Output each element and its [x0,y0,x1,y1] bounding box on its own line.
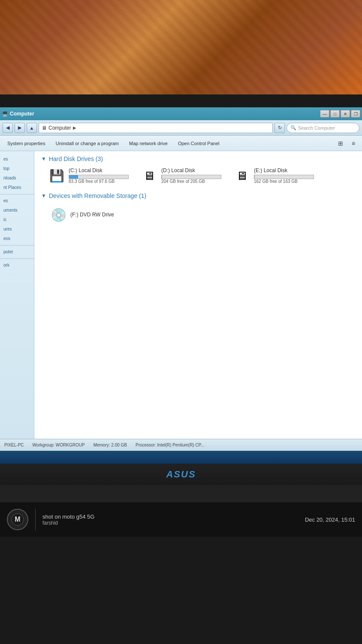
motorola-logo: M [7,509,28,530]
drive-c-header: 💾 (C:) Local Disk 83.3 GB free of 97.6 G… [48,167,134,184]
dvd-label: (F:) DVD RW Drive [70,212,114,218]
toolbar: System properties Uninstall or change a … [0,136,362,151]
sidebar-item-music[interactable]: ic [0,215,34,225]
refresh-button[interactable]: ↻ [275,123,285,133]
removable-arrow-icon: ▼ [41,193,46,199]
removable-section-header: ▼ Devices with Removable Storage (1) [41,192,355,199]
sidebar-item-pictures[interactable]: ures [0,225,34,234]
sidebar-item-recent[interactable]: nt Places [0,183,34,192]
sidebar-item-desktop[interactable]: top [0,164,34,173]
address-computer: Computer [48,125,71,131]
restore-button[interactable]: ❐ [351,110,360,118]
status-memory: Memory: 2.00 GB [94,443,127,447]
sidebar-item-downloads[interactable]: nloads [0,173,34,183]
sidebar-libraries-section: es uments ic ures eos [0,194,34,243]
window-title: Computer [10,111,34,117]
drive-d[interactable]: 🖥 (D:) Local Disk 204 GB free of 205 GB [141,167,226,184]
drive-d-header: 🖥 (D:) Local Disk 204 GB free of 205 GB [141,167,226,184]
minimize-button[interactable]: — [320,110,329,118]
drive-e-free: 162 GB free of 163 GB [254,179,319,184]
phone-user: farshid [42,520,300,526]
explorer-window: 🖥️ Computer — □ ✕ ❐ ◀ ▶ ▲ 🖥 Computer [0,107,362,451]
svg-text:M: M [15,516,20,523]
removable-devices-grid: 💿 (F:) DVD RW Drive [48,204,355,225]
sidebar-item-favorites[interactable]: es [0,155,34,164]
drive-d-bar [162,175,162,179]
status-computer-name: PIXEL-PC [4,443,24,447]
dvd-drive[interactable]: 💿 (F:) DVD RW Drive [48,204,134,225]
status-bar: PIXEL-PC Workgroup: WORKGROUP Memory: 2.… [0,439,362,451]
shot-on-text: shot on moto g54 5G [42,513,300,520]
status-processor: Processor: Intel(R) Pentium(R) CP... [136,443,204,447]
desktop-background: 🖥️ Computer — □ ✕ ❐ ◀ ▶ ▲ 🖥 Computer [0,107,362,451]
drive-c-free: 83.3 GB free of 97.6 GB [69,179,134,184]
address-bar: ◀ ▶ ▲ 🖥 Computer ▶ ↻ 🔍 Search Computer [0,120,362,136]
sidebar-item-network[interactable]: ork [0,261,34,270]
hard-disk-section-header: ▼ Hard Disk Drives (3) [41,155,355,162]
view-options-button[interactable]: ⊞ [335,137,347,149]
maximize-button[interactable]: □ [330,110,340,118]
address-path[interactable]: 🖥 Computer ▶ [39,123,273,133]
sidebar-item-libraries[interactable]: es [0,196,34,206]
drive-e-label: (E:) Local Disk [254,167,319,173]
drive-e-icon: 🖥 [233,169,250,182]
drive-d-free: 204 GB free of 205 GB [161,179,226,184]
search-icon: 🔍 [290,125,296,131]
system-properties-button[interactable]: System properties [3,137,50,149]
title-bar-controls: — □ ✕ ❐ [320,110,360,118]
map-network-button[interactable]: Map network drive [124,137,172,149]
search-box[interactable]: 🔍 Search Computer [287,123,359,133]
status-workgroup: Workgroup: WORKGROUP [33,443,85,447]
drive-c-label: (C:) Local Disk [69,167,134,173]
sidebar-item-documents[interactable]: uments [0,206,34,215]
title-bar-left: 🖥️ Computer [2,111,34,117]
drive-d-bar-container [161,175,221,179]
main-panel: ▼ Hard Disk Drives (3) 💾 (C:) Local Disk [34,151,362,439]
drive-d-label: (D:) Local Disk [161,167,226,173]
title-bar-icon: 🖥️ [2,111,8,117]
sidebar-item-videos[interactable]: eos [0,234,34,243]
sidebar-computer-section: puter [0,245,34,257]
drive-d-icon: 🖥 [141,169,158,182]
control-panel-button[interactable]: Open Control Panel [173,137,224,149]
drive-c-bar [69,175,78,179]
drive-e-bar [254,175,255,179]
drive-e-bar-container [254,175,314,179]
drive-c-icon: 💾 [48,169,65,182]
view-details-button[interactable]: ≡ [347,137,359,149]
address-icon: 🖥 [42,125,47,131]
drive-d-info: (D:) Local Disk 204 GB free of 205 GB [161,167,226,184]
content-area: es top nloads nt Places es uments ic ure… [0,151,362,439]
drive-e-info: (E:) Local Disk 162 GB free of 163 GB [254,167,319,184]
sidebar-network-section: ork [0,258,34,270]
laptop-screen: 🖥️ Computer — □ ✕ ❐ ◀ ▶ ▲ 🖥 Computer [0,107,362,451]
address-arrow: ▶ [73,125,76,130]
drives-grid: 💾 (C:) Local Disk 83.3 GB free of 97.6 G… [48,167,355,184]
phone-info: shot on moto g54 5G farshid [42,513,300,526]
drive-c-bar-container [69,175,129,179]
uninstall-button[interactable]: Uninstall or change a program [51,137,124,149]
hard-disk-section-title: Hard Disk Drives (3) [49,155,103,162]
taskbar-stripe [0,451,362,464]
laptop-bezel-top [0,94,362,107]
drive-c[interactable]: 💾 (C:) Local Disk 83.3 GB free of 97.6 G… [48,167,134,184]
taskbar [0,451,362,464]
close-button[interactable]: ✕ [341,110,350,118]
sidebar-item-computer[interactable]: puter [0,247,34,257]
phone-divider [35,509,36,530]
search-placeholder: Search Computer [298,125,335,131]
sidebar: es top nloads nt Places es uments ic ure… [0,151,34,439]
asus-logo: ASUS [166,469,196,480]
phone-datetime: Dec 20, 2024, 15:01 [305,516,355,523]
hard-disk-arrow-icon: ▼ [41,156,46,162]
table-surface [0,0,362,94]
laptop-base-bottom [0,485,362,502]
up-button[interactable]: ▲ [27,123,37,133]
drive-c-info: (C:) Local Disk 83.3 GB free of 97.6 GB [69,167,134,184]
drive-e-header: 🖥 (E:) Local Disk 162 GB free of 163 GB [233,167,319,184]
drive-e[interactable]: 🖥 (E:) Local Disk 162 GB free of 163 GB [233,167,319,184]
dvd-icon: 💿 [50,206,67,223]
removable-section-title: Devices with Removable Storage (1) [49,192,146,199]
forward-button[interactable]: ▶ [15,123,25,133]
back-button[interactable]: ◀ [3,123,13,133]
